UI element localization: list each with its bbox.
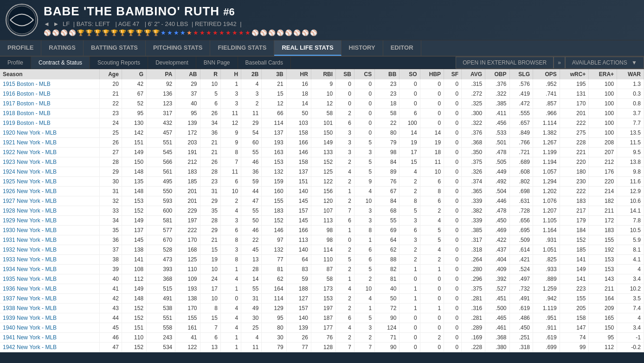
col-obp: OBP xyxy=(485,69,509,79)
subtab-baseball-cards[interactable]: Baseball Cards xyxy=(238,57,291,69)
available-actions-button[interactable]: AVAILABLE ACTIONS ▼ xyxy=(565,57,644,69)
subtab-bnn[interactable]: BNN Page xyxy=(196,57,238,69)
table-row: 1930 New York - MLB351375772222964614616… xyxy=(0,226,644,235)
season-cell[interactable]: 1923 New York - MLB xyxy=(0,157,100,167)
col-age: Age xyxy=(100,69,122,79)
table-row: 1919 Boston - MLB24130432139341229114103… xyxy=(0,118,644,128)
col-cs: CS xyxy=(354,69,374,79)
tab-batting-stats[interactable]: BATTING STATS xyxy=(84,40,146,56)
season-cell[interactable]: 1939 New York - MLB xyxy=(0,313,100,323)
season-cell[interactable]: 1922 New York - MLB xyxy=(0,148,100,157)
season-cell[interactable]: 1933 New York - MLB xyxy=(0,255,100,265)
col-war: WAR xyxy=(617,69,644,79)
table-row: 1941 New York - MLB461102434161430267622… xyxy=(0,333,644,343)
col-sf: SF xyxy=(444,69,462,79)
table-row: 1938 New York - MLB431525381708449129157… xyxy=(0,304,644,313)
col-r: R xyxy=(200,69,220,79)
table-row: 1937 New York - MLB421484911381003111412… xyxy=(0,294,644,304)
col-pa: PA xyxy=(147,69,175,79)
player-header: BABE 'THE BAMBINO' RUTH #6 ◄ ► LF | BATS… xyxy=(0,0,644,40)
col-sb: SB xyxy=(336,69,354,79)
season-cell[interactable]: 1932 New York - MLB xyxy=(0,245,100,255)
season-cell[interactable]: 1915 Boston - MLB xyxy=(0,79,100,89)
season-cell[interactable]: 1938 New York - MLB xyxy=(0,304,100,313)
season-cell[interactable]: 1935 New York - MLB xyxy=(0,274,100,284)
player-name: BABE 'THE BAMBINO' RUTH xyxy=(44,4,219,19)
season-cell[interactable]: 1921 New York - MLB xyxy=(0,138,100,148)
subtab-scouting[interactable]: Scouting Reports xyxy=(90,57,148,69)
table-row: 1931 New York - MLB361456701702182297113… xyxy=(0,235,644,245)
season-cell[interactable]: 1919 Boston - MLB xyxy=(0,118,100,128)
sub-tabs: Profile Contract & Status Scouting Repor… xyxy=(0,57,644,69)
season-cell[interactable]: 1936 New York - MLB xyxy=(0,284,100,294)
table-row: 1922 New York - MLB271495451912185516314… xyxy=(0,148,644,157)
table-row: 1918 Boston - MLB23953179526111166505820… xyxy=(0,109,644,118)
col-rbi: RBI xyxy=(311,69,335,79)
tab-history[interactable]: HISTORY xyxy=(341,40,383,56)
season-cell[interactable]: 1927 New York - MLB xyxy=(0,196,100,206)
tab-ratings[interactable]: RATINGS xyxy=(41,40,84,56)
table-row: 1920 New York - MLB251424571723695413715… xyxy=(0,128,644,138)
season-cell[interactable]: 1918 Boston - MLB xyxy=(0,109,100,118)
table-row: 1939 New York - MLB441525511551543095140… xyxy=(0,313,644,323)
subtab-contract-status[interactable]: Contract & Status xyxy=(31,57,90,69)
tab-real-life-stats[interactable]: REAL LIFE STATS xyxy=(274,40,341,56)
stats-body: 1915 Boston - MLB20429229101421169002300… xyxy=(0,79,644,352)
table-row: 1916 Boston - MLB21671363753315181000230… xyxy=(0,89,644,99)
player-details: ◄ ► LF | BATS: LEFT | AGE 47 | 6' 2" - 2… xyxy=(44,20,638,27)
col-ab: AB xyxy=(175,69,200,79)
open-external-button[interactable]: OPEN IN EXTERNAL BROWSER xyxy=(456,57,554,69)
season-cell[interactable]: 1937 New York - MLB xyxy=(0,294,100,304)
col-ops: OPS xyxy=(533,69,560,79)
subtab-profile[interactable]: Profile xyxy=(0,57,31,69)
nav-right[interactable]: ► xyxy=(53,20,59,27)
chevron-button[interactable]: » xyxy=(554,57,565,69)
stats-container[interactable]: Season Age G PA AB R H 2B 3B HR RBI SB C… xyxy=(0,69,644,352)
table-row: 1934 New York - MLB391083931101012881838… xyxy=(0,265,644,274)
tab-pitching-stats[interactable]: PITCHING STATS xyxy=(146,40,210,56)
season-cell[interactable]: 1920 New York - MLB xyxy=(0,128,100,138)
season-cell[interactable]: 1931 New York - MLB xyxy=(0,235,100,245)
table-row: 1921 New York - MLB261515512032196019316… xyxy=(0,138,644,148)
tab-fielding-stats[interactable]: FIELDING STATS xyxy=(210,40,274,56)
table-row: 1924 New York - MLB291485611832811361321… xyxy=(0,167,644,177)
season-cell[interactable]: 1934 New York - MLB xyxy=(0,265,100,274)
stats-table: Season Age G PA AB R H 2B 3B HR RBI SB C… xyxy=(0,69,644,352)
season-cell[interactable]: 1929 New York - MLB xyxy=(0,216,100,226)
col-3b: 3B xyxy=(262,69,286,79)
season-cell[interactable]: 1930 New York - MLB xyxy=(0,226,100,235)
subtab-development[interactable]: Development xyxy=(148,57,196,69)
totals-label: Total MLB xyxy=(0,352,100,353)
season-cell[interactable]: 1942 New York - MLB xyxy=(0,343,100,352)
col-h: H xyxy=(220,69,241,79)
table-row: 1915 Boston - MLB20429229101421169002300… xyxy=(0,79,644,89)
season-cell[interactable]: 1926 New York - MLB xyxy=(0,187,100,196)
table-row: 1917 Boston - MLB22521234063212141200180… xyxy=(0,99,644,109)
dropdown-arrow-icon: ▼ xyxy=(631,59,637,66)
col-2b: 2B xyxy=(241,69,262,79)
table-row: 1932 New York - MLB371385281681534513214… xyxy=(0,245,644,255)
season-cell[interactable]: 1940 New York - MLB xyxy=(0,323,100,333)
table-row: 1926 New York - MLB311485502013110441601… xyxy=(0,187,644,196)
tab-profile[interactable]: PROFILE xyxy=(0,40,41,56)
season-cell[interactable]: 1928 New York - MLB xyxy=(0,206,100,216)
col-hbp: HBP xyxy=(420,69,444,79)
col-bb: BB xyxy=(375,69,399,79)
season-cell[interactable]: 1917 Boston - MLB xyxy=(0,99,100,109)
season-cell[interactable]: 1925 New York - MLB xyxy=(0,177,100,187)
table-row: 1933 New York - MLB381414731251981377641… xyxy=(0,255,644,265)
season-cell[interactable]: 1916 Boston - MLB xyxy=(0,89,100,99)
table-row: 1925 New York - MLB301354951852365915915… xyxy=(0,177,644,187)
col-wrc: wRC+ xyxy=(560,69,589,79)
nav-left[interactable]: ◄ xyxy=(44,20,50,27)
season-cell[interactable]: 1941 New York - MLB xyxy=(0,333,100,343)
col-erap: ERA+ xyxy=(589,69,617,79)
svg-point-1 xyxy=(8,6,36,34)
tab-editor[interactable]: EDITOR xyxy=(383,40,421,56)
col-so: SO xyxy=(399,69,420,79)
col-hr: HR xyxy=(286,69,311,79)
table-row: 1927 New York - MLB321535932012924715514… xyxy=(0,196,644,206)
season-cell[interactable]: 1924 New York - MLB xyxy=(0,167,100,177)
col-slg: SLG xyxy=(509,69,533,79)
col-avg: AVG xyxy=(462,69,485,79)
